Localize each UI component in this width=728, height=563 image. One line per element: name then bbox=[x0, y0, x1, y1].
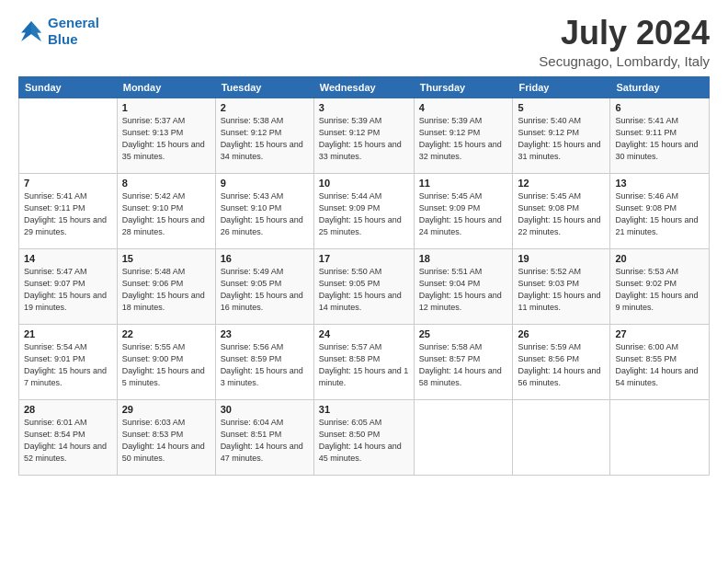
daylight-text: Daylight: 15 hours and 12 minutes. bbox=[419, 291, 502, 312]
calendar-cell: 9 Sunrise: 5:43 AM Sunset: 9:10 PM Dayli… bbox=[215, 173, 313, 248]
day-info: Sunrise: 6:04 AM Sunset: 8:51 PM Dayligh… bbox=[221, 417, 309, 465]
day-number: 27 bbox=[615, 328, 704, 339]
calendar-cell: 30 Sunrise: 6:04 AM Sunset: 8:51 PM Dayl… bbox=[215, 399, 313, 475]
sunrise-text: Sunrise: 5:37 AM bbox=[122, 116, 186, 125]
daylight-text: Daylight: 15 hours and 35 minutes. bbox=[122, 140, 205, 161]
sunrise-text: Sunrise: 5:40 AM bbox=[518, 116, 581, 125]
calendar-cell: 7 Sunrise: 5:41 AM Sunset: 9:11 PM Dayli… bbox=[19, 173, 118, 248]
calendar-cell: 27 Sunrise: 6:00 AM Sunset: 8:55 PM Dayl… bbox=[610, 324, 710, 399]
day-info: Sunrise: 6:05 AM Sunset: 8:50 PM Dayligh… bbox=[319, 417, 409, 465]
month-title: July 2024 bbox=[539, 15, 710, 52]
daylight-text: Daylight: 15 hours and 28 minutes. bbox=[122, 215, 205, 236]
day-number: 18 bbox=[419, 253, 508, 264]
sunset-text: Sunset: 9:11 PM bbox=[615, 128, 677, 137]
sunset-text: Sunset: 8:58 PM bbox=[319, 354, 381, 363]
sunset-text: Sunset: 9:11 PM bbox=[24, 203, 85, 213]
sunset-text: Sunset: 8:55 PM bbox=[615, 354, 677, 363]
sunset-text: Sunset: 9:08 PM bbox=[615, 203, 677, 213]
weekday-header: Sunday bbox=[19, 76, 118, 98]
sunrise-text: Sunrise: 5:39 AM bbox=[419, 116, 483, 125]
sunset-text: Sunset: 8:53 PM bbox=[122, 430, 184, 439]
calendar-cell: 26 Sunrise: 5:59 AM Sunset: 8:56 PM Dayl… bbox=[513, 324, 610, 399]
calendar-cell: 31 Sunrise: 6:05 AM Sunset: 8:50 PM Dayl… bbox=[313, 399, 414, 475]
sunrise-text: Sunrise: 5:43 AM bbox=[221, 191, 284, 201]
sunrise-text: Sunrise: 5:51 AM bbox=[419, 267, 483, 276]
calendar-cell: 14 Sunrise: 5:47 AM Sunset: 9:07 PM Dayl… bbox=[19, 248, 118, 324]
sunrise-text: Sunrise: 6:03 AM bbox=[122, 418, 186, 427]
calendar-cell: 22 Sunrise: 5:55 AM Sunset: 9:00 PM Dayl… bbox=[117, 324, 215, 399]
sunrise-text: Sunrise: 6:01 AM bbox=[24, 418, 87, 427]
sunrise-text: Sunrise: 5:41 AM bbox=[24, 191, 87, 201]
calendar-week-row: 14 Sunrise: 5:47 AM Sunset: 9:07 PM Dayl… bbox=[19, 248, 710, 324]
sunset-text: Sunset: 9:08 PM bbox=[518, 203, 579, 213]
sunrise-text: Sunrise: 5:53 AM bbox=[615, 267, 678, 276]
daylight-text: Daylight: 15 hours and 1 minute. bbox=[319, 366, 409, 387]
day-info: Sunrise: 5:58 AM Sunset: 8:57 PM Dayligh… bbox=[419, 341, 508, 389]
daylight-text: Daylight: 15 hours and 21 minutes. bbox=[615, 215, 698, 236]
day-number: 26 bbox=[518, 328, 605, 339]
calendar-cell: 5 Sunrise: 5:40 AM Sunset: 9:12 PM Dayli… bbox=[513, 98, 610, 173]
day-info: Sunrise: 5:59 AM Sunset: 8:56 PM Dayligh… bbox=[518, 341, 605, 389]
sunset-text: Sunset: 8:56 PM bbox=[518, 354, 579, 363]
calendar-cell: 23 Sunrise: 5:56 AM Sunset: 8:59 PM Dayl… bbox=[215, 324, 313, 399]
day-number: 17 bbox=[319, 253, 409, 264]
sunrise-text: Sunrise: 5:42 AM bbox=[122, 191, 186, 201]
sunset-text: Sunset: 8:57 PM bbox=[419, 354, 481, 363]
daylight-text: Daylight: 15 hours and 19 minutes. bbox=[24, 291, 107, 312]
sunrise-text: Sunrise: 5:39 AM bbox=[319, 116, 382, 125]
day-info: Sunrise: 5:38 AM Sunset: 9:12 PM Dayligh… bbox=[221, 115, 309, 163]
day-number: 28 bbox=[24, 404, 112, 415]
sunrise-text: Sunrise: 6:04 AM bbox=[221, 418, 284, 427]
day-number: 21 bbox=[24, 328, 112, 339]
daylight-text: Daylight: 15 hours and 31 minutes. bbox=[518, 140, 600, 161]
day-info: Sunrise: 5:41 AM Sunset: 9:11 PM Dayligh… bbox=[615, 115, 704, 163]
day-number: 7 bbox=[24, 178, 112, 189]
calendar-cell: 12 Sunrise: 5:45 AM Sunset: 9:08 PM Dayl… bbox=[513, 173, 610, 248]
sunset-text: Sunset: 9:05 PM bbox=[221, 279, 282, 288]
day-number: 29 bbox=[122, 404, 210, 415]
daylight-text: Daylight: 15 hours and 32 minutes. bbox=[419, 140, 502, 161]
calendar-cell: 21 Sunrise: 5:54 AM Sunset: 9:01 PM Dayl… bbox=[19, 324, 118, 399]
day-number: 23 bbox=[221, 328, 309, 339]
day-info: Sunrise: 5:57 AM Sunset: 8:58 PM Dayligh… bbox=[319, 341, 409, 389]
day-number: 1 bbox=[122, 102, 210, 113]
logo-line2: Blue bbox=[48, 31, 78, 47]
day-number: 15 bbox=[122, 253, 210, 264]
sunrise-text: Sunrise: 5:47 AM bbox=[24, 267, 87, 276]
logo-icon bbox=[18, 18, 44, 44]
day-number: 2 bbox=[221, 102, 309, 113]
weekday-header: Monday bbox=[117, 76, 215, 98]
sunrise-text: Sunrise: 5:45 AM bbox=[518, 191, 581, 201]
day-info: Sunrise: 6:01 AM Sunset: 8:54 PM Dayligh… bbox=[24, 417, 112, 465]
day-info: Sunrise: 5:47 AM Sunset: 9:07 PM Dayligh… bbox=[24, 266, 112, 314]
day-info: Sunrise: 5:45 AM Sunset: 9:08 PM Dayligh… bbox=[518, 190, 605, 238]
day-number: 20 bbox=[615, 253, 704, 264]
day-info: Sunrise: 6:03 AM Sunset: 8:53 PM Dayligh… bbox=[122, 417, 210, 465]
day-number: 9 bbox=[221, 178, 309, 189]
daylight-text: Daylight: 15 hours and 29 minutes. bbox=[24, 215, 107, 236]
day-number: 6 bbox=[615, 102, 704, 113]
weekday-header: Saturday bbox=[610, 76, 710, 98]
calendar-cell bbox=[414, 399, 513, 475]
day-number: 25 bbox=[419, 328, 508, 339]
calendar-cell: 20 Sunrise: 5:53 AM Sunset: 9:02 PM Dayl… bbox=[610, 248, 710, 324]
calendar-cell: 29 Sunrise: 6:03 AM Sunset: 8:53 PM Dayl… bbox=[117, 399, 215, 475]
calendar-cell: 6 Sunrise: 5:41 AM Sunset: 9:11 PM Dayli… bbox=[610, 98, 710, 173]
daylight-text: Daylight: 15 hours and 22 minutes. bbox=[518, 215, 600, 236]
day-info: Sunrise: 5:53 AM Sunset: 9:02 PM Dayligh… bbox=[615, 266, 704, 314]
day-number: 4 bbox=[419, 102, 508, 113]
calendar-cell: 8 Sunrise: 5:42 AM Sunset: 9:10 PM Dayli… bbox=[117, 173, 215, 248]
sunrise-text: Sunrise: 5:55 AM bbox=[122, 342, 186, 351]
calendar-cell: 3 Sunrise: 5:39 AM Sunset: 9:12 PM Dayli… bbox=[313, 98, 414, 173]
daylight-text: Daylight: 15 hours and 30 minutes. bbox=[615, 140, 698, 161]
sunrise-text: Sunrise: 5:46 AM bbox=[615, 191, 678, 201]
sunset-text: Sunset: 9:07 PM bbox=[24, 279, 85, 288]
calendar-cell bbox=[19, 98, 118, 173]
sunset-text: Sunset: 9:04 PM bbox=[419, 279, 481, 288]
sunset-text: Sunset: 9:03 PM bbox=[518, 279, 579, 288]
day-info: Sunrise: 5:52 AM Sunset: 9:03 PM Dayligh… bbox=[518, 266, 605, 314]
calendar-week-row: 1 Sunrise: 5:37 AM Sunset: 9:13 PM Dayli… bbox=[19, 98, 710, 173]
daylight-text: Daylight: 15 hours and 26 minutes. bbox=[221, 215, 303, 236]
day-info: Sunrise: 5:39 AM Sunset: 9:12 PM Dayligh… bbox=[419, 115, 508, 163]
daylight-text: Daylight: 15 hours and 3 minutes. bbox=[221, 366, 303, 387]
